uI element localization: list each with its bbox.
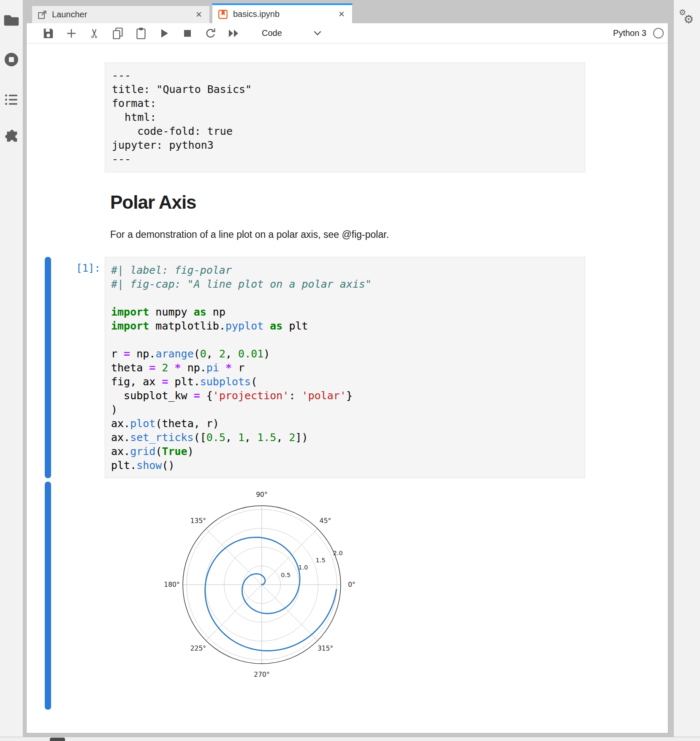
kernel-name-label: Python 3 xyxy=(613,28,646,38)
svg-text:45°: 45° xyxy=(320,517,331,525)
svg-text:1.0: 1.0 xyxy=(298,564,308,571)
left-sidebar xyxy=(0,0,23,741)
close-icon[interactable]: ✕ xyxy=(336,8,347,20)
chevron-down-icon xyxy=(313,30,322,36)
cell-collapser[interactable] xyxy=(45,257,51,478)
settings-gears-icon[interactable]: ⚙ ⚙ xyxy=(678,9,697,29)
tab-notebook-label: basics.ipynb xyxy=(233,9,279,19)
close-icon[interactable]: ✕ xyxy=(194,9,204,20)
external-link-icon xyxy=(38,10,47,19)
cell-type-label: Code xyxy=(262,28,282,38)
notebook-panel: ✂ xyxy=(26,23,668,733)
table-of-contents-icon[interactable] xyxy=(5,93,18,106)
run-all-icon[interactable] xyxy=(228,28,240,39)
svg-text:270°: 270° xyxy=(254,671,269,678)
code-cell: [1]: #| label: fig-polar#| fig-cap: "A l… xyxy=(27,257,668,478)
notebook-icon xyxy=(218,9,228,19)
markdown-paragraph: For a demonstration of a line plot on a … xyxy=(110,228,668,241)
tab-launcher[interactable]: Launcher ✕ xyxy=(32,5,210,23)
execution-count: [1]: xyxy=(51,257,105,478)
code-editor-lines: #| label: fig-polar#| fig-cap: "A line p… xyxy=(111,263,581,472)
main-window: Launcher ✕ basics.ipynb ✕ xyxy=(26,3,668,733)
output-prompt xyxy=(51,482,105,715)
tab-notebook[interactable]: basics.ipynb ✕ xyxy=(212,3,353,23)
svg-text:315°: 315° xyxy=(317,645,333,652)
output-collapser[interactable] xyxy=(45,482,51,710)
output-cell: 0°45°90°135°180°225°270°315°0.51.01.52.0 xyxy=(27,482,668,715)
kernel-indicator[interactable]: Python 3 xyxy=(613,28,664,38)
svg-text:2.0: 2.0 xyxy=(333,550,343,556)
tab-bar: Launcher ✕ basics.ipynb ✕ xyxy=(26,3,668,23)
notebook-toolbar: ✂ xyxy=(27,23,668,44)
cut-icon[interactable]: ✂ xyxy=(88,27,101,40)
status-bar xyxy=(0,737,700,741)
svg-text:90°: 90° xyxy=(256,491,267,499)
polar-figure: 0°45°90°135°180°225°270°315°0.51.01.52.0 xyxy=(148,482,376,715)
code-editor[interactable]: #| label: fig-polar#| fig-cap: "A line p… xyxy=(105,257,585,478)
stop-icon[interactable] xyxy=(181,29,194,38)
restart-kernel-icon[interactable] xyxy=(204,27,217,39)
yaml-frontmatter-cell[interactable]: --- title: "Quarto Basics" format: html:… xyxy=(105,63,585,172)
run-icon[interactable] xyxy=(158,28,171,39)
markdown-heading: Polar Axis xyxy=(110,192,668,213)
kernel-status-icon xyxy=(653,28,664,38)
save-icon[interactable] xyxy=(42,27,54,39)
svg-text:1.5: 1.5 xyxy=(316,557,326,564)
paste-icon[interactable] xyxy=(135,27,147,40)
tab-launcher-label: Launcher xyxy=(52,10,87,19)
svg-text:180°: 180° xyxy=(164,581,179,588)
right-sidebar: ⚙ ⚙ xyxy=(673,0,700,741)
yaml-frontmatter-text: --- title: "Quarto Basics" format: html:… xyxy=(112,68,578,166)
running-kernels-icon[interactable] xyxy=(3,52,19,68)
svg-text:135°: 135° xyxy=(190,517,206,525)
status-bar-item[interactable] xyxy=(50,738,65,741)
polar-plot: 0°45°90°135°180°225°270°315°0.51.01.52.0 xyxy=(148,482,376,689)
folder-icon[interactable] xyxy=(3,13,20,27)
svg-text:225°: 225° xyxy=(190,645,206,652)
svg-text:0°: 0° xyxy=(348,581,355,588)
extensions-puzzle-icon[interactable] xyxy=(3,128,20,144)
insert-cell-icon[interactable] xyxy=(65,28,78,39)
notebook-content: --- title: "Quarto Basics" format: html:… xyxy=(27,44,668,733)
cell-type-dropdown[interactable]: Code xyxy=(262,28,322,38)
copy-icon[interactable] xyxy=(111,27,124,40)
svg-text:0.5: 0.5 xyxy=(281,572,290,578)
